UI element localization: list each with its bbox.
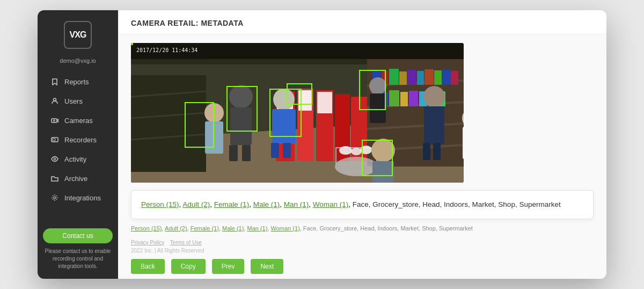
folder-icon (50, 174, 59, 183)
svg-point-2 (54, 120, 55, 121)
metadata-small: Person (15), Adult (2), Female (1), Male… (131, 225, 594, 233)
sidebar-item-label: Cameras (64, 117, 93, 125)
svg-rect-24 (451, 71, 458, 85)
back-button[interactable]: Back (131, 259, 165, 274)
footer-links: Privacy Policy Terms of Use (131, 240, 594, 245)
svg-rect-23 (442, 70, 450, 85)
detection-box-1 (226, 86, 258, 132)
svg-point-6 (54, 197, 56, 199)
svg-rect-4 (53, 139, 55, 141)
camera-timestamp: 2017/12/20 11:44:34 (136, 47, 197, 53)
page-title: CAMERA RETAIL: METADATA (131, 19, 594, 27)
tag-small-man[interactable]: Man (1) (247, 225, 267, 232)
tag-male[interactable]: Male (1) (253, 200, 280, 208)
svg-rect-53 (242, 145, 251, 161)
page-footer: Back Copy Prev Next (131, 259, 594, 277)
sidebar-item-cameras[interactable]: Cameras (41, 111, 115, 129)
metadata-card: Person (15), Adult (2), Female (1), Male… (131, 190, 594, 219)
svg-rect-56 (271, 143, 279, 158)
svg-rect-29 (409, 91, 418, 106)
svg-rect-22 (434, 70, 442, 85)
sidebar-item-integrations[interactable]: Integrations (41, 189, 115, 207)
svg-point-48 (351, 148, 362, 155)
bookmark-icon (50, 77, 59, 86)
sidebar-item-reports[interactable]: Reports (41, 73, 115, 91)
copy-button[interactable]: Copy (171, 259, 206, 274)
svg-rect-20 (417, 71, 424, 85)
svg-rect-57 (283, 143, 291, 158)
recorders-icon (50, 135, 59, 144)
tag-small-plain: Face, Grocery_store, Head, Indoors, Mark… (303, 225, 473, 232)
svg-point-58 (423, 86, 445, 107)
svg-rect-21 (425, 69, 434, 85)
sidebar-item-label: Archive (64, 175, 87, 183)
svg-rect-52 (229, 145, 238, 161)
svg-rect-19 (407, 70, 416, 85)
tag-small-woman[interactable]: Woman (1) (271, 225, 300, 232)
detection-box-7 (362, 140, 393, 176)
svg-rect-44 (317, 92, 332, 113)
camera-icon (50, 116, 59, 125)
detection-box-5 (359, 70, 386, 110)
main-content: CAMERA RETAIL: METADATA (118, 10, 606, 279)
sidebar-item-recorders[interactable]: Recorders (41, 131, 115, 149)
detection-box-4 (185, 102, 214, 148)
svg-rect-59 (424, 106, 444, 144)
tag-small-female[interactable]: Female (1) (191, 225, 219, 232)
svg-rect-28 (400, 92, 408, 106)
sidebar-item-archive[interactable]: Archive (41, 169, 115, 187)
sidebar-bottom: Contact us Please contact us to enable r… (38, 222, 118, 279)
tag-man[interactable]: Man (1) (284, 200, 309, 208)
tag-female[interactable]: Female (1) (214, 200, 249, 208)
svg-rect-18 (399, 71, 407, 85)
tag-adult[interactable]: Adult (2) (182, 200, 210, 208)
person-icon (50, 97, 59, 105)
contact-button[interactable]: Contact us (43, 228, 113, 243)
terms-link[interactable]: Terms of Use (170, 240, 202, 245)
detection-box-6 (131, 43, 133, 45)
svg-rect-60 (423, 143, 430, 160)
user-email: demo@vxg.io (38, 54, 118, 73)
privacy-policy-link[interactable]: Privacy Policy (131, 240, 164, 245)
footer-copyright: 2022 Inc. | All Rights Reserved (131, 248, 594, 254)
sidebar-item-label: Users (64, 97, 83, 105)
contact-description: Please contact us to enable recording co… (43, 248, 113, 270)
svg-point-47 (339, 146, 352, 155)
tag-plain-list: Face, Grocery_store, Head, Indoors, Mark… (353, 200, 561, 208)
tag-small-male[interactable]: Male (1) (222, 225, 244, 232)
prev-button[interactable]: Prev (212, 259, 245, 274)
eye-icon (50, 155, 59, 163)
sidebar-item-activity[interactable]: Activity (41, 150, 115, 168)
tag-woman[interactable]: Woman (1) (313, 200, 349, 208)
sidebar-item-label: Recorders (64, 136, 97, 144)
svg-rect-61 (433, 143, 441, 160)
content-area: 2017/12/20 11:44:34 Person (15), Adult (… (118, 34, 606, 279)
tag-small-person[interactable]: Person (15) (131, 225, 162, 232)
sidebar-item-label: Reports (64, 78, 89, 86)
svg-rect-1 (52, 119, 57, 122)
sidebar-item-users[interactable]: Users (41, 92, 115, 110)
page-header: CAMERA RETAIL: METADATA (118, 10, 606, 34)
tag-small-adult[interactable]: Adult (2) (165, 225, 187, 232)
sidebar-item-label: Integrations (64, 194, 101, 202)
next-button[interactable]: Next (251, 259, 283, 274)
svg-rect-17 (389, 69, 399, 85)
svg-point-5 (54, 158, 56, 160)
sidebar-nav: Reports Users (38, 73, 118, 222)
svg-rect-27 (389, 90, 399, 106)
gear-icon (50, 193, 59, 202)
camera-frame: 2017/12/20 11:44:34 (131, 43, 464, 183)
logo: VXG (64, 21, 92, 49)
detection-box-3 (287, 83, 312, 105)
sidebar: VXG demo@vxg.io Reports (38, 10, 118, 279)
sidebar-item-label: Activity (64, 155, 86, 163)
svg-rect-63 (463, 127, 464, 159)
tag-person[interactable]: Person (15) (141, 200, 179, 208)
logo-area: VXG (38, 10, 118, 54)
